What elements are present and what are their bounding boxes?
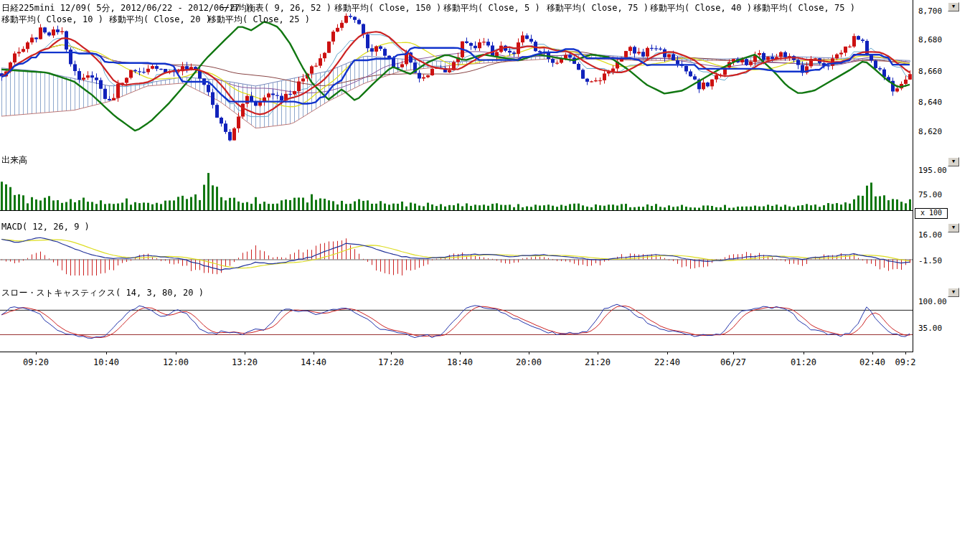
time-axis-label-13: 09:2: [895, 357, 916, 367]
legend-item-4: 移動平均( Close, 75 ): [547, 2, 649, 14]
volume-scale-dropdown-button[interactable]: ▼: [948, 157, 959, 166]
stochastics-chart-canvas[interactable]: [0, 296, 913, 351]
time-axis-tick: [245, 352, 245, 354]
price-axis-label-3: 8,640: [918, 98, 942, 107]
legend-item-b-1: 移動平均( Close, 20 ): [109, 14, 211, 26]
legend-item-2: 移動平均( Close, 150 ): [334, 2, 441, 14]
time-axis-label-2: 12:00: [163, 357, 189, 367]
time-axis-line: [0, 352, 913, 352]
price-axis-label-4: 8,620: [918, 127, 942, 136]
price-axis-label-0: 8,700: [918, 6, 942, 16]
time-axis-tick: [598, 352, 598, 354]
legend-item-3: 移動平均( Close, 5 ): [443, 2, 540, 14]
legend-row-1: 日経225mini 12/09( 5分, 2012/06/22 - 2012/0…: [0, 2, 913, 12]
time-axis-tick: [804, 352, 804, 354]
time-axis-tick: [106, 352, 107, 354]
time-axis-label-11: 01:20: [791, 357, 816, 367]
chart-app-window: 日経225mini 12/09( 5分, 2012/06/22 - 2012/0…: [0, 0, 980, 551]
legend-row-2: 移動平均( Close, 10 )移動平均( Close, 20 )移動平均( …: [0, 14, 913, 24]
stoch-axis-label-0: 100.00: [918, 297, 947, 306]
time-axis-tick: [391, 352, 392, 354]
time-axis-label-10: 06/27: [720, 357, 746, 367]
volume-multiplier-box: x 100: [915, 208, 948, 219]
time-axis-label-5: 17:20: [378, 357, 404, 367]
time-axis-tick: [314, 352, 314, 354]
macd-chart-canvas[interactable]: [0, 228, 913, 276]
time-axis-label-1: 10:40: [93, 357, 119, 367]
price-axis-label-2: 8,660: [918, 67, 942, 76]
time-axis-label-12: 02:40: [859, 357, 885, 367]
stoch-axis-label-1: 35.00: [918, 324, 942, 333]
macd-panel-label: MACD( 12, 26, 9 ): [1, 222, 90, 232]
time-axis-tick: [905, 352, 906, 354]
volume-axis-label-0: 195.00: [918, 166, 947, 175]
time-axis-tick: [872, 352, 873, 354]
chevron-down-icon: ▼: [952, 225, 955, 230]
time-axis-label-9: 22:40: [654, 357, 680, 367]
legend-item-5: 移動平均( Close, 40 ): [650, 2, 752, 14]
chevron-down-icon: ▼: [952, 4, 955, 9]
stochastics-panel-label: スロー・ストキャスティクス( 14, 3, 80, 20 ): [1, 287, 204, 299]
macd-axis-label-0: 16.00: [918, 230, 942, 240]
macd-axis-label-1: -1.50: [918, 256, 942, 265]
price-axis-divider: [913, 0, 913, 352]
time-axis-label-6: 18:40: [447, 357, 473, 367]
time-axis-tick: [667, 352, 668, 354]
time-axis-tick: [733, 352, 734, 354]
macd-scale-dropdown-button[interactable]: ▼: [948, 223, 959, 232]
volume-panel-label: 出来高: [1, 154, 27, 166]
volume-baseline: [0, 210, 913, 211]
price-scale-dropdown-button[interactable]: ▼: [948, 2, 959, 11]
price-axis-label-1: 8,680: [918, 35, 942, 44]
legend-item-6: 移動平均( Close, 75 ): [753, 2, 855, 14]
legend-item-b-0: 移動平均( Close, 10 ): [1, 14, 103, 26]
time-axis-tick: [36, 352, 37, 354]
time-axis-label-7: 20:00: [516, 357, 542, 367]
time-axis-tick: [460, 352, 461, 354]
legend-item-1: 一目均衡表( 9, 26, 52 ): [221, 2, 331, 14]
stochastics-scale-dropdown-button[interactable]: ▼: [948, 288, 959, 297]
time-axis-tick: [176, 352, 176, 354]
time-axis-tick: [529, 352, 529, 354]
chevron-down-icon: ▼: [952, 289, 955, 295]
time-axis-label-8: 21:20: [585, 357, 611, 367]
price-chart-canvas[interactable]: [0, 10, 913, 152]
volume-axis-label-1: 75.00: [918, 190, 942, 199]
legend-item-b-2: 移動平均( Close, 25 ): [208, 14, 310, 26]
time-axis-label-0: 09:20: [23, 357, 49, 367]
volume-chart-canvas[interactable]: [0, 162, 913, 210]
time-axis-label-3: 13:20: [232, 357, 258, 367]
chevron-down-icon: ▼: [952, 159, 955, 164]
time-axis-label-4: 14:40: [301, 357, 326, 367]
legend-item-0: 日経225mini 12/09( 5分, 2012/06/22 - 2012/0…: [1, 2, 250, 14]
